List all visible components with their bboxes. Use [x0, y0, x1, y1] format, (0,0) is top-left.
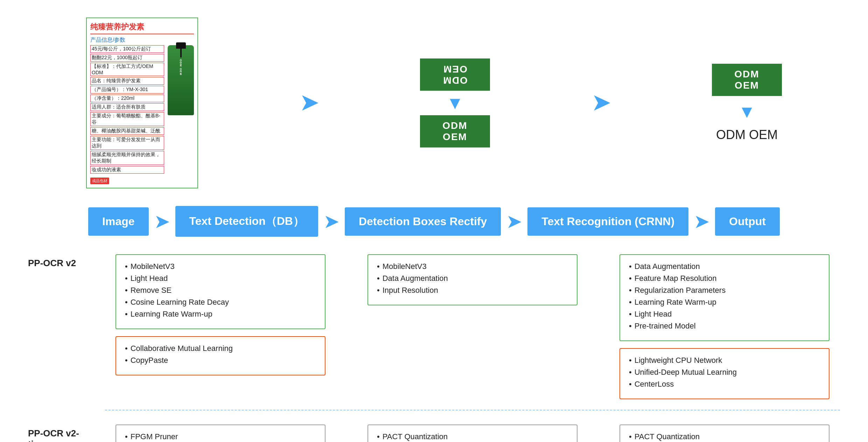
col-spacer-1 — [336, 254, 357, 399]
arrow-2: ➤ — [592, 92, 610, 113]
rec-item-4: Learning Rate Warm-up — [629, 298, 820, 307]
dashed-divider — [105, 410, 840, 410]
odm-flipped: ODM OEM — [420, 58, 490, 91]
flow-arrow-1: ➤ — [154, 212, 170, 231]
det-orange-item-1: Collaborative Mutual Learning — [125, 344, 316, 353]
input-image-box: 纯臻营养护发素 产品信息/参数 45元/每公斤，100公斤起订 翻翻22元，10… — [86, 18, 198, 188]
main-container: 纯臻营养护发素 产品信息/参数 45元/每公斤，100公斤起订 翻翻22元，10… — [0, 0, 868, 442]
rec-orange-item-2: Unified-Deep Mutual Learning — [629, 368, 820, 377]
ppocr2-label: PP-OCR v2 — [28, 254, 105, 269]
det-item-5: Learning Rate Warm-up — [125, 310, 316, 319]
image-line-11: 细腻柔顺光滑顺并保持的效果，经长期制 — [90, 151, 164, 165]
flow-arrow-2: ➤ — [323, 212, 340, 231]
rect-tiny-gray-box: PACT Quantization — [368, 424, 578, 442]
image-line-12: 妆成功的液素 — [90, 166, 164, 174]
rec-item-1: Data Augmentation — [629, 262, 820, 271]
image-line-10: 主要功能：可爱分发发丝一从而达到 — [90, 136, 164, 150]
flow-text-detection: Text Detection（DB） — [175, 206, 318, 237]
rectify-green-box: MobileNetV3 Data Augmentation Input Reso… — [368, 254, 578, 305]
detection-col: MobileNetV3 Light Head Remove SE Cosine … — [105, 254, 336, 399]
bottom-tag: 成品包材 — [90, 178, 109, 184]
bottom-details: PP-OCR v2 MobileNetV3 Light Head Remove … — [14, 251, 854, 442]
rect-item-2: Data Augmentation — [377, 274, 568, 283]
image-line-7: 适用人群：适合所有肤质 — [90, 103, 164, 111]
image-line-5: （产品编号）：YM-X-301 — [90, 86, 164, 94]
ppocr2tiny-cols: FPGM Pruner PACT Quantization PACT Qua — [105, 424, 840, 442]
odm-right-plain: ODM OEM — [716, 127, 778, 142]
rectify-col: MobileNetV3 Data Augmentation Input Reso… — [357, 254, 588, 399]
rec-orange-item-3: CenterLoss — [629, 380, 820, 389]
bottle-pump-head — [176, 42, 186, 49]
rec-tiny-col: PACT Quantization — [609, 424, 840, 442]
flow-arrow-3: ➤ — [506, 212, 522, 231]
top-section: 纯臻营养护发素 产品信息/参数 45元/每公斤，100公斤起订 翻翻22元，10… — [14, 11, 854, 202]
ppocr2-row: PP-OCR v2 MobileNetV3 Light Head Remove … — [28, 251, 840, 403]
rect-item-1: MobileNetV3 — [377, 262, 568, 271]
odm-pair-middle: ODM OEM ▼ ODM OEM — [420, 58, 490, 147]
det-orange-item-2: CopyPaste — [125, 356, 316, 365]
detection-orange-box: Collaborative Mutual Learning CopyPaste — [115, 336, 326, 375]
image-line-9: 糖、椰油酰胺丙基甜菜碱、泛酰 — [90, 127, 164, 135]
tiny-col-spacer-2 — [588, 424, 609, 442]
rec-item-5: Light Head — [629, 310, 820, 319]
flow-image: Image — [88, 207, 148, 236]
flow-detection-boxes: Detection Boxes Rectify — [345, 207, 501, 236]
rect-item-3: Input Resolution — [377, 286, 568, 295]
tiny-col-spacer-1 — [336, 424, 357, 442]
rec-orange-item-1: Lightweight CPU Network — [629, 356, 820, 365]
det-item-4: Cosine Learning Rate Decay — [125, 298, 316, 307]
image-title: 纯臻营养护发素 — [90, 22, 194, 34]
image-line-3: 【标准】：代加工方式/OEM ODM — [90, 63, 164, 76]
image-line-8: 主要成分：葡萄糖酸酯、酰基B-谷 — [90, 112, 164, 126]
det-tiny-col: FPGM Pruner — [105, 424, 336, 442]
arrow-1: ➤ — [300, 92, 318, 113]
flow-arrow-4: ➤ — [694, 212, 710, 231]
rec-item-6: Pre-trained Model — [629, 322, 820, 331]
ppocr2tiny-row: PP-OCR v2- tiny FPGM Pruner PACT Quantiz… — [28, 417, 840, 442]
odm-normal-bottom: ODM OEM — [420, 115, 490, 147]
detection-green-box: MobileNetV3 Light Head Remove SE Cosine … — [115, 254, 326, 329]
odm-right-section: ODM OEM ▼ ODM OEM — [712, 64, 782, 142]
image-line-6: （净含量）：220ml — [90, 95, 164, 102]
flow-output: Output — [715, 207, 780, 236]
det-item-3: Remove SE — [125, 286, 316, 295]
image-line-1: 45元/每公斤，100公斤起订 — [90, 45, 164, 53]
arrow-down-2: ▼ — [738, 103, 756, 120]
rect-tiny-col: PACT Quantization — [357, 424, 588, 442]
recognition-green-box: Data Augmentation Feature Map Resolution… — [620, 254, 830, 341]
product-bottle: ODM OEM — [168, 45, 194, 115]
col-spacer-2 — [588, 254, 609, 399]
det-tiny-gray-box: FPGM Pruner — [115, 424, 326, 442]
det-item-2: Light Head — [125, 274, 316, 283]
ppocr2tiny-label: PP-OCR v2- tiny — [28, 424, 105, 442]
recognition-col: Data Augmentation Feature Map Resolution… — [609, 254, 840, 399]
flow-section: Image ➤ Text Detection（DB） ➤ Detection B… — [14, 202, 854, 240]
det-item-1: MobileNetV3 — [125, 262, 316, 271]
rec-tiny-item-1: PACT Quantization — [629, 432, 820, 441]
odm-right-top: ODM OEM — [712, 64, 782, 96]
det-tiny-item-1: FPGM Pruner — [125, 432, 316, 441]
arrow-down-1: ▼ — [446, 94, 464, 112]
flow-text-recognition: Text Recognition (CRNN) — [527, 207, 688, 236]
recognition-orange-box: Lightweight CPU Network Unified-Deep Mut… — [620, 348, 830, 399]
rec-item-3: Regularization Parameters — [629, 286, 820, 295]
bottle-pump-stem — [180, 49, 182, 57]
bottle-text: ODM OEM — [179, 59, 182, 75]
image-line-4: 品名：纯臻营养护发素 — [90, 77, 164, 85]
ppocr2-cols: MobileNetV3 Light Head Remove SE Cosine … — [105, 254, 840, 399]
rec-item-2: Feature Map Resolution — [629, 274, 820, 283]
rec-tiny-gray-box: PACT Quantization — [620, 424, 830, 442]
rect-tiny-item-1: PACT Quantization — [377, 432, 568, 441]
image-line-2: 翻翻22元，1000瓶起订 — [90, 54, 164, 62]
